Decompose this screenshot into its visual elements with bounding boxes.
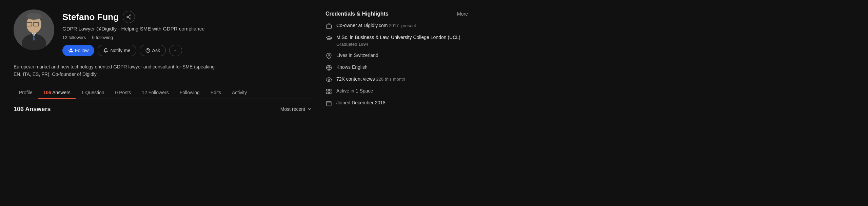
- ask-button[interactable]: Ask: [140, 45, 166, 56]
- notify-button[interactable]: Notify me: [98, 45, 136, 56]
- ask-icon: [145, 48, 150, 53]
- credential-language: Knows English: [326, 64, 468, 71]
- follow-label: Follow: [75, 48, 88, 53]
- tab-answers[interactable]: 106 Answers: [38, 86, 76, 99]
- profile-bio: European market and new technology orien…: [14, 63, 217, 78]
- avatar: [14, 9, 54, 50]
- profile-info: Stefano Fung GDPR Lawyer @Digidly - Help…: [62, 9, 312, 56]
- tab-following[interactable]: Following: [174, 86, 205, 99]
- more-button[interactable]: ···: [169, 45, 182, 56]
- action-buttons: Follow Notify me: [62, 45, 312, 56]
- more-label: ···: [174, 48, 178, 53]
- profile-header: Stefano Fung GDPR Lawyer @Digidly - Help…: [14, 9, 312, 56]
- tabs-row: Profile 106 Answers 1 Question 0 Posts 1…: [14, 86, 312, 99]
- svg-point-17: [328, 55, 330, 56]
- globe-icon: [326, 64, 332, 71]
- credentials-section: Credentials & Highlights More Co-owner a…: [326, 9, 468, 113]
- svg-line-13: [128, 16, 130, 17]
- follow-button[interactable]: Follow: [62, 45, 94, 56]
- credential-location-text: Lives in Switzerland: [336, 52, 378, 59]
- notify-label: Notify me: [110, 48, 130, 53]
- credential-views-text: 72K content views 226 this month: [336, 76, 405, 83]
- svg-rect-25: [327, 101, 331, 106]
- tab-questions[interactable]: 1 Question: [76, 86, 110, 99]
- svg-point-8: [26, 13, 41, 20]
- answers-title: 106 Answers: [14, 106, 51, 113]
- share-icon: [126, 14, 132, 20]
- tab-profile[interactable]: Profile: [14, 86, 38, 99]
- credential-education: M.Sc. in Business & Law, University Coll…: [326, 34, 468, 47]
- credential-job: Co-owner at Digidly.com 2017–present: [326, 22, 468, 29]
- credential-job-text: Co-owner at Digidly.com 2017–present: [336, 22, 416, 29]
- credential-spaces-text: Active in 1 Space: [336, 88, 373, 95]
- tab-posts[interactable]: 0 Posts: [110, 86, 137, 99]
- follow-icon: [68, 48, 73, 53]
- tab-followers[interactable]: 12 Followers: [136, 86, 174, 99]
- bell-icon: [103, 48, 108, 53]
- svg-line-12: [128, 17, 130, 18]
- profile-tagline: GDPR Lawyer @Digidly - Helping SME with …: [62, 25, 312, 32]
- calendar-icon: [326, 100, 332, 107]
- svg-rect-21: [327, 89, 328, 91]
- profile-name: Stefano Fung: [62, 12, 119, 22]
- spaces-icon: [326, 88, 332, 95]
- credential-spaces: Active in 1 Space: [326, 88, 468, 95]
- avatar-container: [14, 9, 54, 50]
- tab-edits[interactable]: Edits: [205, 86, 226, 99]
- svg-rect-24: [327, 92, 328, 94]
- sort-label: Most recent: [280, 106, 305, 112]
- credential-location: Lives in Switzerland: [326, 52, 468, 59]
- eye-icon: [326, 76, 332, 83]
- credential-joined: Joined December 2018: [326, 100, 468, 107]
- share-button[interactable]: [123, 11, 135, 23]
- svg-rect-16: [327, 25, 332, 28]
- sort-dropdown[interactable]: Most recent: [280, 106, 312, 112]
- graduation-icon: [326, 35, 332, 41]
- ask-label: Ask: [152, 48, 160, 53]
- avatar-image: [14, 9, 54, 50]
- tab-activity[interactable]: Activity: [226, 86, 252, 99]
- answers-header: 106 Answers Most recent: [14, 106, 312, 113]
- svg-point-20: [328, 79, 330, 81]
- following-stat: 0 following: [92, 35, 113, 40]
- location-icon: [326, 53, 332, 59]
- credential-views: 72K content views 226 this month: [326, 76, 468, 83]
- profile-name-row: Stefano Fung: [62, 11, 312, 23]
- page-wrapper: Stefano Fung GDPR Lawyer @Digidly - Help…: [0, 0, 868, 113]
- credential-education-text: M.Sc. in Business & Law, University Coll…: [336, 34, 468, 47]
- profile-section: Stefano Fung GDPR Lawyer @Digidly - Help…: [14, 9, 312, 113]
- credentials-header: Credentials & Highlights More: [326, 11, 468, 17]
- credentials-title: Credentials & Highlights: [326, 11, 389, 17]
- svg-rect-22: [330, 89, 331, 91]
- credential-language-text: Knows English: [336, 64, 368, 71]
- briefcase-icon: [326, 23, 332, 29]
- credential-joined-text: Joined December 2018: [336, 100, 386, 106]
- more-credentials-button[interactable]: More: [457, 11, 468, 17]
- chevron-down-icon: [307, 107, 312, 111]
- followers-stat: 12 followers: [62, 35, 86, 40]
- profile-stats: 12 followers · 0 following: [62, 35, 312, 40]
- svg-rect-23: [330, 92, 331, 94]
